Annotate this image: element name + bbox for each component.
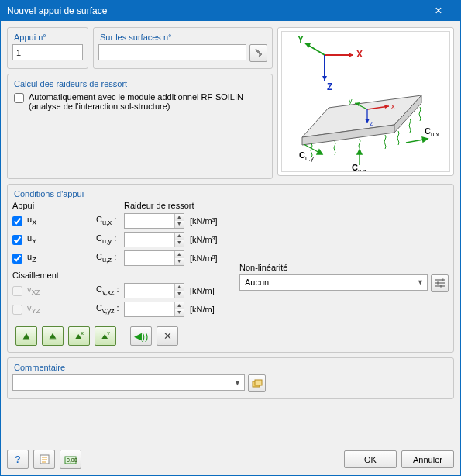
soilin-checkbox[interactable] [14, 93, 24, 103]
svg-text:y: y [349, 97, 353, 105]
svg-rect-37 [437, 282, 439, 285]
row-ux[interactable]: uX [12, 215, 96, 226]
ok-button[interactable]: OK [344, 450, 397, 468]
footer: ? 0,00 OK Annuler [7, 445, 454, 469]
label-appui-no: Appui n° [12, 33, 83, 42]
soilin-label: Automatiquement avec le module additionn… [29, 92, 243, 102]
svg-marker-24 [317, 150, 322, 154]
uz-checkbox[interactable] [12, 254, 22, 264]
nonlin-select[interactable]: Aucun ▼ [239, 274, 428, 291]
svg-text:C: C [299, 150, 305, 160]
nonlin-value: Aucun [245, 278, 269, 287]
svg-text:0,00: 0,00 [67, 457, 77, 463]
note-icon [39, 454, 50, 465]
commentaire-lib-button[interactable] [248, 374, 266, 392]
chevron-down-icon: ▼ [417, 278, 424, 286]
commentaire-combo[interactable]: ▼ [12, 374, 245, 391]
input-cux[interactable] [125, 214, 174, 228]
spin-cvxz[interactable]: ▲▼ [124, 283, 184, 298]
svg-text:u,x: u,x [431, 131, 439, 138]
spin-cux[interactable]: ▲▼ [124, 213, 184, 229]
group-surfaces: Sur les surfaces n° [93, 27, 273, 69]
label-cvyz: Cv,yz : [96, 303, 124, 315]
titlebar: Nouvel appui de surface × [1, 1, 460, 21]
svg-text:X: X [356, 49, 363, 60]
support-icon-x: X [74, 330, 84, 343]
dialog-body: Appui n° Sur les surfaces n° [1, 21, 460, 475]
spin-cvyz[interactable]: ▲▼ [124, 302, 184, 317]
help-button[interactable]: ? [7, 450, 29, 469]
input-cvyz[interactable] [125, 302, 174, 316]
svg-rect-38 [440, 285, 442, 288]
spin-cuz[interactable]: ▲▼ [124, 250, 184, 266]
label-nonlin: Non-linéarité [239, 263, 449, 272]
nonlinearity-block: Non-linéarité Aucun ▼ [239, 201, 449, 317]
input-cuz[interactable] [125, 251, 174, 265]
svg-rect-36 [442, 279, 444, 281]
svg-marker-5 [322, 76, 327, 81]
vxz-checkbox [12, 286, 22, 296]
support-icon-2 [47, 330, 58, 343]
appui-no-input[interactable] [12, 44, 83, 60]
input-cuy[interactable] [125, 233, 174, 247]
svg-text:u,z: u,z [358, 167, 366, 171]
group-conditions: Conditions d'appui Appui Raideur de ress… [7, 184, 454, 353]
ux-checkbox[interactable] [12, 216, 22, 226]
spin-cuy[interactable]: ▲▼ [124, 232, 184, 247]
preset-sound-button[interactable]: ◀)) [130, 326, 152, 346]
svg-marker-1 [349, 53, 353, 57]
row-uy[interactable]: uY [12, 233, 96, 245]
units-button[interactable]: 0,00 [60, 450, 81, 469]
illustration-box: X Y Z [277, 27, 454, 176]
preset-cross-button[interactable]: ✕ [157, 326, 178, 346]
note-button[interactable] [33, 450, 55, 469]
unit-cux: [kN/m³] [190, 216, 221, 226]
cross-arrows-icon: ✕ [163, 330, 172, 342]
preset-4-button[interactable]: Y [95, 326, 116, 346]
svg-text:X: X [81, 331, 84, 336]
preset-2-button[interactable] [42, 326, 64, 346]
row-uz[interactable]: uZ [12, 252, 96, 264]
svg-marker-22 [357, 150, 362, 154]
svg-marker-40 [50, 333, 57, 338]
soilin-label-2: (analyse de l'interaction sol-structure) [29, 102, 170, 111]
svg-text:Y: Y [298, 34, 304, 45]
svg-rect-47 [255, 380, 262, 385]
surfaces-input[interactable] [98, 44, 246, 60]
surface-picker-button[interactable] [249, 44, 267, 62]
conditions-grid: Appui Raideur de ressort uX Cu,x : ▲▼ [k… [12, 201, 221, 317]
label-conditions: Conditions d'appui [12, 189, 449, 198]
speaker-icon: ◀)) [134, 330, 149, 342]
hdr-appui: Appui [12, 201, 96, 210]
unit-cuz: [kN/m³] [190, 254, 221, 263]
label-commentaire: Commentaire [12, 363, 449, 372]
label-cux: Cu,x : [96, 215, 124, 226]
hdr-cisaillement: Cisaillement [12, 271, 221, 280]
window-title: Nouvel appui de surface [7, 5, 107, 16]
nonlin-edit-button[interactable] [431, 274, 449, 292]
uy-checkbox[interactable] [12, 235, 22, 245]
support-icon-1 [21, 330, 32, 343]
group-commentaire: Commentaire ▼ [7, 357, 454, 399]
vyz-checkbox [12, 305, 22, 315]
support-icon-y: Y [100, 330, 111, 343]
svg-text:C: C [425, 126, 431, 136]
cancel-button[interactable]: Annuler [401, 450, 454, 468]
svg-text:x: x [391, 102, 395, 110]
dialog: Nouvel appui de surface × Appui n° Sur l… [0, 0, 461, 476]
preset-3-button[interactable]: X [68, 326, 90, 346]
svg-text:Y: Y [107, 331, 110, 336]
preset-1-button[interactable] [15, 326, 37, 346]
input-cvxz[interactable] [125, 284, 174, 298]
units-icon: 0,00 [64, 454, 77, 465]
svg-text:u,y: u,y [305, 155, 314, 162]
svg-marker-39 [23, 333, 30, 339]
chevron-down-icon: ▼ [234, 379, 241, 387]
help-icon: ? [15, 454, 20, 465]
hdr-raideur: Raideur de ressort [124, 201, 221, 210]
close-icon[interactable]: × [423, 1, 454, 21]
group-raideurs: Calcul des raideurs de ressort Automatiq… [7, 74, 273, 179]
sliders-icon [435, 278, 446, 288]
unit-cvyz: [kN/m] [190, 305, 221, 314]
label-cuy: Cu,y : [96, 233, 124, 245]
